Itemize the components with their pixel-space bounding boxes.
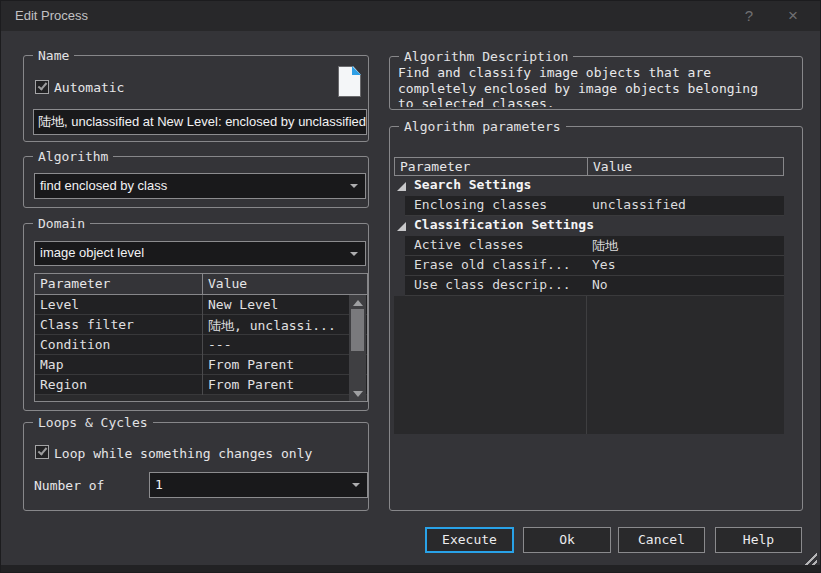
- params-group-label: Algorithm parameters: [399, 119, 566, 134]
- group-row-label: Classification Settings: [414, 217, 594, 232]
- value-cell[interactable]: New Level: [208, 297, 350, 312]
- domain-selected-value: image object level: [40, 245, 144, 260]
- algorithm-group-label: Algorithm: [33, 149, 113, 164]
- table-row[interactable]: Active classes陆地: [394, 236, 784, 256]
- new-document-icon[interactable]: [338, 66, 361, 97]
- process-name-input[interactable]: 陆地, unclassified at New Level: enclosed …: [33, 109, 367, 135]
- titlebar[interactable]: Edit Process ? ×: [1, 1, 820, 31]
- table-row[interactable]: LevelNew Level: [35, 295, 367, 315]
- loop-while-label: Loop while something changes only: [54, 446, 312, 461]
- close-icon[interactable]: ×: [781, 5, 805, 27]
- parameter-cell: Erase old classif...: [405, 256, 586, 276]
- domain-select[interactable]: image object level: [34, 241, 366, 266]
- check-icon: [38, 80, 48, 90]
- column-header-value: Value: [593, 159, 632, 174]
- parameter-cell: Region: [40, 377, 200, 392]
- ok-button[interactable]: Ok: [523, 527, 611, 553]
- window-bottom-edge: [1, 565, 820, 573]
- chevron-down-icon: [350, 184, 358, 188]
- loops-group-label: Loops & Cycles: [33, 415, 153, 430]
- value-cell[interactable]: unclassified: [586, 196, 784, 216]
- table-row[interactable]: Erase old classif...Yes: [394, 256, 784, 276]
- value-cell[interactable]: Yes: [586, 256, 784, 276]
- parameter-cell: Enclosing classes: [405, 196, 586, 216]
- number-of-label: Number of: [34, 478, 104, 493]
- scroll-down-icon[interactable]: [349, 386, 366, 401]
- name-group-label: Name: [33, 48, 74, 63]
- dialog-title: Edit Process: [15, 8, 88, 23]
- chevron-down-icon: [350, 252, 358, 256]
- table-row[interactable]: Condition---: [35, 335, 367, 355]
- column-header-parameter: Parameter: [400, 159, 470, 174]
- domain-parameter-table: Parameter Value LevelNew LevelClass filt…: [34, 273, 368, 402]
- parameter-group-row[interactable]: Search Settings: [394, 176, 784, 196]
- chevron-down-icon: [352, 483, 360, 487]
- expanded-node-icon[interactable]: [397, 182, 406, 191]
- cancel-button[interactable]: Cancel: [618, 527, 705, 553]
- parameter-cell: Active classes: [405, 236, 586, 256]
- value-cell[interactable]: 陆地: [586, 236, 784, 256]
- help-button[interactable]: Help: [715, 527, 802, 553]
- algorithm-selected-value: find enclosed by class: [40, 178, 167, 193]
- domain-table-scrollbar[interactable]: [349, 295, 366, 401]
- parameter-cell: Level: [40, 297, 200, 312]
- table-row[interactable]: RegionFrom Parent: [35, 375, 367, 395]
- parameter-cell: Map: [40, 357, 200, 372]
- expanded-node-icon[interactable]: [397, 222, 406, 231]
- table-row[interactable]: Class filter陆地, unclassi...: [35, 315, 367, 335]
- value-cell[interactable]: ---: [208, 337, 350, 352]
- parameter-cell: Condition: [40, 337, 200, 352]
- description-group-label: Algorithm Description: [399, 49, 573, 64]
- number-of-select[interactable]: 1: [149, 472, 368, 498]
- domain-table-header: Parameter Value: [35, 274, 367, 295]
- check-icon: [38, 445, 48, 455]
- table-row[interactable]: MapFrom Parent: [35, 355, 367, 375]
- resize-grip-icon[interactable]: [800, 548, 817, 565]
- scroll-up-icon[interactable]: [349, 295, 366, 310]
- table-row[interactable]: Use class descrip...No: [394, 276, 784, 296]
- loop-while-checkbox[interactable]: [35, 445, 49, 459]
- parameter-cell: Class filter: [40, 317, 200, 332]
- execute-button[interactable]: Execute: [425, 527, 514, 553]
- params-table-header: Parameter Value: [394, 157, 784, 176]
- value-cell[interactable]: 陆地, unclassi...: [208, 317, 350, 335]
- parameter-group-row[interactable]: Classification Settings: [394, 216, 784, 236]
- parameter-cell: Use class descrip...: [405, 276, 586, 296]
- value-cell[interactable]: From Parent: [208, 377, 350, 392]
- automatic-checkbox[interactable]: [35, 80, 49, 94]
- automatic-label: Automatic: [54, 80, 124, 95]
- column-header-value: Value: [208, 276, 247, 291]
- value-cell[interactable]: From Parent: [208, 357, 350, 372]
- group-row-label: Search Settings: [414, 177, 531, 192]
- help-icon[interactable]: ?: [737, 5, 761, 27]
- algorithm-select[interactable]: find enclosed by class: [34, 173, 366, 199]
- number-of-value: 1: [155, 477, 163, 492]
- domain-group-label: Domain: [33, 216, 90, 231]
- algorithm-description-text: Find and classify image objects that are…: [398, 65, 800, 107]
- edit-process-dialog: Edit Process ? × Name Automatic 陆地, uncl…: [0, 0, 821, 573]
- value-cell[interactable]: No: [586, 276, 784, 296]
- scrollbar-thumb[interactable]: [351, 309, 364, 351]
- column-header-parameter: Parameter: [40, 276, 110, 291]
- table-row[interactable]: Enclosing classesunclassified: [394, 196, 784, 216]
- algorithm-parameters-table: Parameter Value Search SettingsEnclosing…: [394, 157, 784, 434]
- params-table-empty-area: [394, 296, 784, 434]
